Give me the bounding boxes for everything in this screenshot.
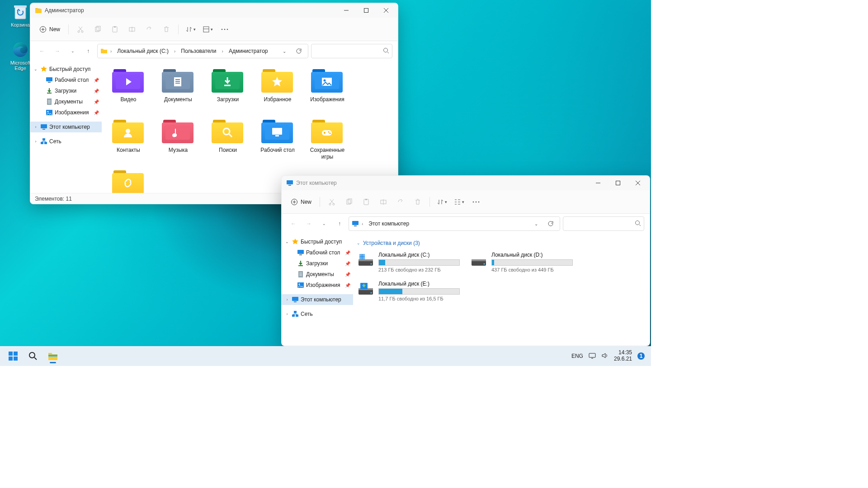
minimize-button[interactable] — [336, 3, 356, 18]
maximize-button[interactable] — [356, 3, 376, 18]
minimize-button[interactable] — [588, 176, 608, 190]
close-button[interactable] — [628, 176, 648, 190]
tree-item-icon — [297, 249, 304, 256]
tree-item-icon — [46, 87, 53, 94]
up-button[interactable]: ↑ — [82, 45, 94, 57]
delete-button[interactable] — [158, 21, 175, 38]
search-box[interactable] — [311, 44, 392, 58]
svg-rect-63 — [296, 314, 298, 317]
search-input[interactable] — [315, 48, 383, 54]
tree-this-pc[interactable]: › Этот компьютер — [282, 294, 353, 305]
rename-button[interactable] — [124, 21, 140, 38]
svg-rect-62 — [292, 314, 295, 317]
titlebar[interactable]: Этот компьютер — [282, 176, 650, 190]
close-button[interactable] — [376, 3, 396, 18]
addr-dropdown[interactable]: ⌄ — [530, 217, 542, 230]
section-devices[interactable]: ⌄ Устройства и диски (3) — [355, 238, 648, 250]
folder-item[interactable]: Музыка — [153, 116, 203, 167]
tree-item-icon — [297, 260, 304, 267]
search-box[interactable] — [563, 216, 644, 231]
tray-clock[interactable]: 14:35 29.6.21 — [614, 350, 632, 362]
recent-button[interactable]: ⌄ — [66, 45, 79, 57]
tree-quick-access[interactable]: ⌄ Быстрый доступ — [282, 236, 353, 247]
recycle-bin-icon — [11, 3, 29, 21]
tree-quick-item[interactable]: Рабочий стол📌 — [282, 247, 353, 258]
more-button[interactable] — [468, 194, 484, 210]
addr-dropdown[interactable]: ⌄ — [278, 45, 291, 57]
folder-item[interactable]: Видео — [104, 66, 153, 116]
tree-quick-access[interactable]: ⌄ Быстрый доступ — [30, 64, 102, 75]
sort-button[interactable]: ▾ — [182, 21, 198, 38]
nav-tree: ⌄ Быстрый доступ Рабочий стол📌Загрузки📌Д… — [30, 61, 102, 193]
refresh-button[interactable] — [292, 45, 305, 57]
new-button[interactable]: New — [286, 196, 316, 208]
tray-volume-icon[interactable] — [601, 352, 609, 361]
star-icon — [271, 75, 283, 88]
delete-button[interactable] — [410, 194, 426, 210]
sort-button[interactable]: ▾ — [434, 194, 450, 210]
breadcrumb-seg[interactable]: Локальный диск (C:) — [114, 47, 171, 55]
tree-network[interactable]: › Сеть — [282, 309, 353, 319]
folder-item[interactable]: Загрузки — [203, 66, 253, 116]
tree-network[interactable]: › Сеть — [30, 136, 102, 147]
folder-item[interactable]: Изображения — [302, 66, 352, 116]
forward-button[interactable]: → — [51, 45, 64, 57]
forward-button[interactable]: → — [302, 217, 315, 230]
tree-quick-item[interactable]: Загрузки📌 — [30, 85, 102, 96]
search-button[interactable] — [24, 348, 42, 364]
tree-item-icon — [46, 98, 53, 105]
explorer-task[interactable] — [43, 348, 62, 364]
tree-quick-item[interactable]: Изображения📌 — [30, 107, 102, 118]
pc-icon — [40, 123, 47, 131]
new-button[interactable]: New — [35, 23, 65, 35]
drive-item[interactable]: Локальный диск (C:) 213 ГБ свободно из 2… — [357, 251, 461, 273]
address-bar[interactable]: › Локальный диск (C:) › Пользователи › А… — [97, 44, 308, 58]
drive-item[interactable]: Локальный диск (D:) 437 ГБ свободно из 4… — [470, 251, 574, 273]
breadcrumb-seg[interactable]: Администратор — [226, 47, 271, 55]
folder-item[interactable]: Сохраненные игры — [302, 116, 352, 167]
tree-this-pc[interactable]: › Этот компьютер — [30, 122, 102, 132]
more-button[interactable] — [217, 21, 233, 38]
folder-item[interactable]: Поиски — [203, 116, 253, 167]
folder-item[interactable]: Рабочий стол — [253, 116, 302, 167]
copy-button[interactable] — [341, 194, 357, 210]
titlebar[interactable]: Администратор — [30, 3, 398, 18]
rename-button[interactable] — [375, 194, 392, 210]
back-button[interactable]: ← — [36, 45, 48, 57]
tree-quick-item[interactable]: Рабочий стол📌 — [30, 75, 102, 85]
cut-button[interactable] — [324, 194, 340, 210]
share-button[interactable] — [141, 21, 157, 38]
tray-notifications[interactable]: 1 — [637, 352, 645, 360]
tree-quick-item[interactable]: Документы📌 — [30, 96, 102, 107]
group-button[interactable]: ▾ — [451, 194, 467, 210]
maximize-button[interactable] — [608, 176, 628, 190]
tree-quick-item[interactable]: Документы📌 — [282, 269, 353, 280]
folder-item[interactable]: Ссылки — [104, 167, 153, 193]
svg-rect-25 — [44, 142, 47, 144]
share-button[interactable] — [392, 194, 409, 210]
search-input[interactable] — [567, 221, 635, 227]
paste-button[interactable] — [107, 21, 123, 38]
view-button[interactable]: ▾ — [199, 21, 216, 38]
tray-lang[interactable]: ENG — [571, 353, 583, 359]
cut-button[interactable] — [72, 21, 89, 38]
folder-item[interactable]: Контакты — [104, 116, 153, 167]
drive-usage-bar — [491, 259, 573, 266]
address-bar[interactable]: › Этот компьютер ⌄ — [349, 216, 560, 231]
copy-button[interactable] — [90, 21, 106, 38]
start-button[interactable] — [4, 348, 23, 364]
folder-item[interactable]: Документы — [153, 66, 203, 116]
recent-button[interactable]: ⌄ — [318, 217, 330, 230]
tree-quick-item[interactable]: Изображения📌 — [282, 280, 353, 291]
tray-network-icon[interactable] — [589, 352, 596, 361]
drive-item[interactable]: Локальный диск (E:) 11,7 ГБ свободно из … — [357, 280, 461, 302]
refresh-button[interactable] — [544, 217, 557, 230]
folder-item[interactable]: Избранное — [253, 66, 302, 116]
paste-button[interactable] — [358, 194, 374, 210]
tree-quick-item[interactable]: Загрузки📌 — [282, 258, 353, 269]
back-button[interactable]: ← — [287, 217, 300, 230]
breadcrumb-seg[interactable]: Пользователи — [178, 47, 219, 55]
breadcrumb-seg[interactable]: Этот компьютер — [366, 220, 412, 228]
svg-rect-47 — [365, 199, 367, 200]
up-button[interactable]: ↑ — [333, 217, 346, 230]
